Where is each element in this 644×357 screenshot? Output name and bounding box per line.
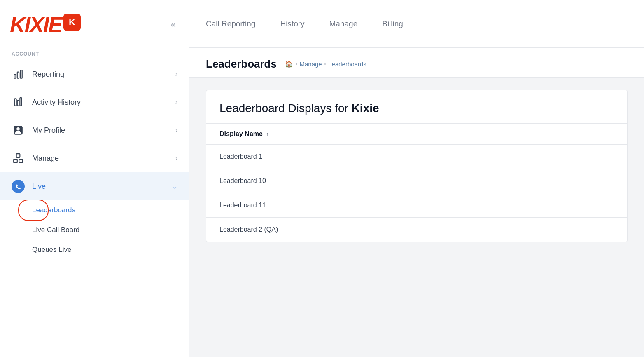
top-nav-manage[interactable]: Manage bbox=[329, 16, 358, 32]
sidebar-live-label: Live bbox=[32, 182, 46, 191]
top-nav-billing[interactable]: Billing bbox=[382, 16, 403, 32]
svg-rect-3 bbox=[14, 99, 16, 106]
sidebar-item-activity-history[interactable]: Activity History › bbox=[0, 88, 189, 116]
content-body: Leaderboard Displays for Kixie Display N… bbox=[189, 78, 644, 357]
leaderboard-card: Leaderboard Displays for Kixie Display N… bbox=[206, 90, 628, 242]
leaderboard-org-name: Kixie bbox=[352, 102, 379, 115]
table-row[interactable]: Leaderboard 2 (QA) bbox=[206, 218, 627, 242]
top-nav-call-reporting[interactable]: Call Reporting bbox=[206, 16, 255, 32]
breadcrumb-manage[interactable]: Manage bbox=[299, 61, 322, 68]
svg-rect-9 bbox=[19, 159, 23, 163]
account-section-label: ACCOUNT bbox=[0, 51, 189, 57]
activity-icon bbox=[12, 96, 25, 109]
table-row[interactable]: Leaderboard 1 bbox=[206, 145, 627, 169]
breadcrumb-dot: • bbox=[296, 62, 297, 66]
chevron-down-icon: ⌄ bbox=[172, 183, 177, 190]
top-nav: Call Reporting History Manage Billing bbox=[189, 0, 644, 48]
live-call-board-label: Live Call Board bbox=[32, 226, 79, 234]
home-icon: 🏠 bbox=[285, 60, 293, 68]
manage-icon bbox=[12, 152, 25, 165]
svg-rect-2 bbox=[20, 70, 22, 78]
breadcrumb-leaderboards[interactable]: Leaderboards bbox=[328, 61, 366, 68]
svg-rect-8 bbox=[14, 159, 17, 163]
row-name: Leaderboard 1 bbox=[219, 153, 262, 160]
chevron-right-icon: › bbox=[175, 155, 177, 162]
sidebar-activity-label: Activity History bbox=[32, 98, 81, 107]
logo-badge: K bbox=[63, 14, 81, 31]
sidebar-item-manage[interactable]: Manage › bbox=[0, 144, 189, 172]
svg-rect-5 bbox=[20, 98, 21, 106]
leaderboard-card-title: Leaderboard Displays for Kixie bbox=[206, 90, 627, 124]
svg-point-7 bbox=[16, 127, 20, 131]
chevron-right-icon: › bbox=[175, 70, 177, 78]
logo: KIXIE K bbox=[10, 14, 81, 35]
display-name-label: Display Name bbox=[219, 130, 263, 138]
sidebar-item-my-profile[interactable]: My Profile › bbox=[0, 116, 189, 144]
row-name: Leaderboard 2 (QA) bbox=[219, 226, 278, 233]
svg-point-11 bbox=[12, 180, 25, 193]
table-header: Display Name ↑ bbox=[206, 124, 627, 145]
row-name: Leaderboard 11 bbox=[219, 202, 266, 209]
logo-area: KIXIE K « bbox=[0, 0, 189, 49]
queues-live-label: Queues Live bbox=[32, 246, 71, 254]
person-icon bbox=[12, 124, 25, 137]
sidebar-manage-label: Manage bbox=[32, 154, 59, 163]
table-row[interactable]: Leaderboard 11 bbox=[206, 193, 627, 218]
logo-text: KIXIE bbox=[10, 14, 62, 35]
sidebar-item-reporting[interactable]: Reporting › bbox=[0, 60, 189, 88]
phone-circle-icon bbox=[12, 180, 25, 193]
sort-ascending-icon: ↑ bbox=[266, 131, 269, 137]
sidebar: KIXIE K « ACCOUNT Reporting › Activi bbox=[0, 0, 189, 357]
sidebar-profile-label: My Profile bbox=[32, 126, 65, 135]
table-row[interactable]: Leaderboard 10 bbox=[206, 169, 627, 193]
page-title: Leaderboards bbox=[206, 58, 277, 70]
chevron-right-icon: › bbox=[175, 127, 177, 134]
svg-rect-4 bbox=[17, 101, 19, 106]
breadcrumb-dot-2: • bbox=[324, 62, 326, 66]
top-nav-history[interactable]: History bbox=[280, 16, 304, 32]
breadcrumb: 🏠 • Manage • Leaderboards bbox=[285, 60, 366, 68]
leaderboard-title-prefix: Leaderboard Displays for bbox=[219, 102, 352, 115]
sidebar-subitem-queues-live[interactable]: Queues Live bbox=[0, 240, 189, 260]
display-name-column-header[interactable]: Display Name ↑ bbox=[219, 130, 269, 138]
leaderboards-label: Leaderboards bbox=[32, 206, 75, 214]
page-content: Leaderboards 🏠 • Manage • Leaderboards L… bbox=[189, 48, 644, 357]
main-content: Call Reporting History Manage Billing Le… bbox=[189, 0, 644, 357]
bar-chart-icon bbox=[12, 68, 25, 81]
svg-rect-10 bbox=[16, 154, 20, 157]
sidebar-subitem-live-call-board[interactable]: Live Call Board bbox=[0, 220, 189, 240]
svg-rect-1 bbox=[17, 72, 19, 78]
page-header: Leaderboards 🏠 • Manage • Leaderboards bbox=[189, 48, 644, 78]
sidebar-subitem-leaderboards[interactable]: Leaderboards bbox=[0, 200, 189, 220]
sidebar-item-live[interactable]: Live ⌄ bbox=[0, 172, 189, 200]
sidebar-reporting-label: Reporting bbox=[32, 70, 64, 79]
svg-rect-0 bbox=[14, 74, 16, 78]
row-name: Leaderboard 10 bbox=[219, 177, 266, 185]
chevron-right-icon: › bbox=[175, 99, 177, 106]
collapse-button[interactable]: « bbox=[168, 16, 179, 33]
